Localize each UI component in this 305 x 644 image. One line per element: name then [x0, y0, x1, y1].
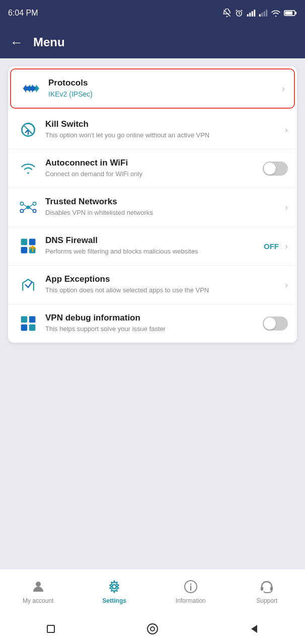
person-icon [30, 579, 46, 595]
autoconnect-title: Autoconnect in WiFi [45, 158, 263, 168]
protocols-chevron: › [282, 84, 285, 94]
notification-mute-icon [222, 9, 232, 18]
svg-rect-40 [270, 587, 273, 591]
status-bar: 6:04 PM [0, 0, 305, 26]
nav-item-support[interactable]: Support [229, 579, 306, 604]
svg-rect-10 [285, 12, 292, 15]
menu-item-protocols[interactable]: Protocols IKEv2 (IPSec) › [10, 68, 295, 109]
my-account-label: My account [23, 597, 53, 604]
dns-firewall-text: DNS Firewall Performs web filtering and … [45, 235, 264, 256]
vpn-debug-subtitle: This helps support solve your issue fast… [45, 325, 263, 334]
svg-rect-1 [247, 14, 249, 17]
support-label: Support [256, 597, 277, 604]
svg-rect-31 [29, 316, 36, 323]
info-icon [183, 579, 199, 595]
svg-line-22 [30, 204, 33, 207]
firewall-icon [17, 235, 39, 257]
wifi-status-icon [271, 9, 281, 17]
svg-point-20 [33, 209, 36, 212]
app-exceptions-subtitle: This option does not allow selected apps… [45, 286, 281, 295]
autoconnect-subtitle: Connect on demand for WiFi only [45, 170, 263, 179]
app-exceptions-chevron: › [285, 280, 288, 290]
settings-label: Settings [103, 597, 126, 604]
svg-rect-25 [21, 239, 28, 246]
svg-rect-11 [295, 12, 296, 15]
kill-switch-chevron: › [285, 125, 288, 135]
menu-item-vpn-debug[interactable]: VPN debug information This helps support… [8, 304, 297, 343]
svg-line-23 [23, 208, 27, 210]
svg-rect-7 [264, 11, 265, 17]
nav-item-my-account[interactable]: My account [0, 579, 77, 604]
svg-point-43 [150, 627, 155, 631]
menu-card: Protocols IKEv2 (IPSec) › Kill Switch Th… [8, 66, 297, 343]
menu-item-kill-switch[interactable]: Kill Switch This option won't let you go… [8, 111, 297, 149]
svg-rect-32 [21, 325, 28, 331]
trusted-networks-subtitle: Disables VPN in whitelisted networks [45, 208, 281, 217]
autoconnect-toggle[interactable] [263, 162, 288, 176]
network-icon [17, 196, 39, 218]
svg-point-42 [147, 624, 158, 634]
nav-item-information[interactable]: Information [152, 579, 229, 604]
svg-rect-30 [21, 316, 28, 323]
battery-icon [284, 10, 297, 17]
gear-icon [106, 579, 122, 595]
svg-rect-2 [249, 13, 251, 17]
status-time: 6:04 PM [8, 9, 38, 18]
svg-rect-8 [266, 10, 267, 17]
nav-item-settings[interactable]: Settings [77, 579, 153, 604]
svg-point-19 [20, 209, 23, 212]
svg-line-24 [30, 208, 33, 210]
bottom-nav: My account Settings Information [0, 569, 305, 614]
kill-switch-subtitle: This option won't let you go online with… [45, 131, 281, 140]
trusted-networks-chevron: › [285, 202, 288, 213]
svg-rect-33 [29, 325, 36, 331]
alarm-icon [235, 9, 244, 18]
svg-point-35 [112, 585, 116, 589]
header: ← Menu [0, 26, 305, 58]
trusted-networks-title: Trusted Networks [45, 197, 281, 207]
back-button[interactable]: ← [10, 35, 23, 50]
kill-switch-text: Kill Switch This option won't let you go… [45, 119, 281, 140]
headset-icon [259, 579, 275, 595]
signal-icon [247, 10, 256, 17]
vpn-debug-text: VPN debug information This helps support… [45, 313, 263, 334]
arrows-icon [20, 77, 42, 100]
information-label: Information [176, 597, 206, 604]
page-title: Menu [33, 35, 65, 49]
kill-switch-title: Kill Switch [45, 119, 281, 129]
wifi-auto-icon [17, 157, 39, 180]
recent-apps-button[interactable] [42, 620, 60, 638]
svg-rect-27 [21, 247, 28, 254]
svg-point-16 [26, 205, 30, 209]
android-nav-bar [0, 614, 305, 644]
app-exceptions-title: App Exceptions [45, 274, 281, 284]
menu-item-trusted-networks[interactable]: Trusted Networks Disables VPN in whiteli… [8, 188, 297, 227]
app-exceptions-text: App Exceptions This option does not allo… [45, 274, 281, 295]
dns-firewall-subtitle: Performs web filtering and blocks malici… [45, 247, 264, 256]
dns-firewall-title: DNS Firewall [45, 235, 264, 246]
menu-item-autoconnect[interactable]: Autoconnect in WiFi Connect on demand fo… [8, 149, 297, 188]
menu-item-app-exceptions[interactable]: App Exceptions This option does not allo… [8, 266, 297, 304]
main-content: Protocols IKEv2 (IPSec) › Kill Switch Th… [0, 58, 305, 343]
dns-firewall-status: OFF [264, 242, 279, 251]
back-nav-button[interactable] [245, 620, 263, 638]
vpn-debug-toggle[interactable] [263, 316, 288, 331]
svg-point-18 [33, 202, 36, 205]
signal-weak-icon [259, 10, 268, 17]
svg-rect-41 [47, 625, 54, 632]
svg-marker-44 [251, 625, 257, 633]
svg-rect-6 [261, 13, 263, 17]
trusted-networks-text: Trusted Networks Disables VPN in whiteli… [45, 197, 281, 217]
svg-rect-5 [259, 14, 261, 17]
svg-line-21 [23, 204, 27, 207]
vpn-debug-title: VPN debug information [45, 313, 263, 323]
autoconnect-text: Autoconnect in WiFi Connect on demand fo… [45, 158, 263, 179]
svg-point-17 [20, 202, 23, 205]
menu-item-dns-firewall[interactable]: DNS Firewall Performs web filtering and … [8, 227, 297, 266]
protocols-text: Protocols IKEv2 (IPSec) [48, 78, 278, 100]
svg-point-34 [36, 582, 41, 587]
svg-rect-4 [254, 10, 255, 17]
status-icons [222, 9, 297, 18]
home-button[interactable] [143, 620, 162, 638]
protocols-subtitle: IKEv2 (IPSec) [48, 90, 278, 100]
